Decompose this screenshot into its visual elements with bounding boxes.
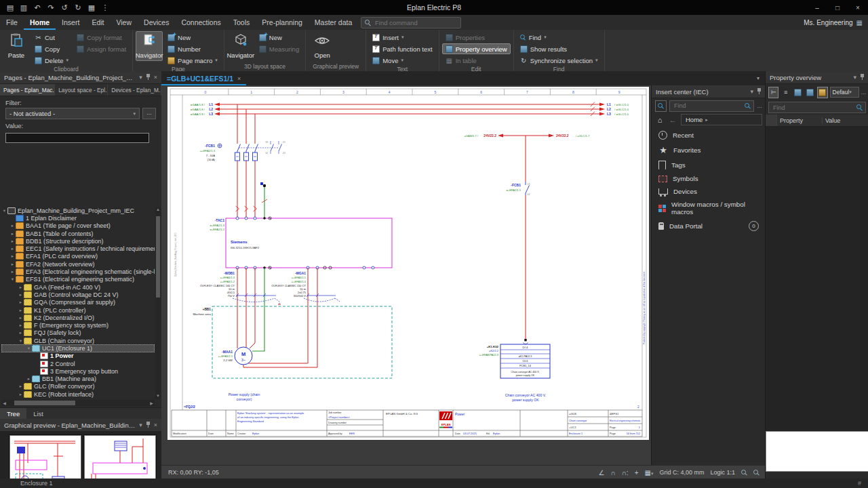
property-table-body[interactable]	[766, 127, 868, 431]
insert-item-data-portal[interactable]: Data Portal0	[652, 218, 766, 234]
home-icon[interactable]: ⌂	[655, 116, 665, 124]
filter-more-button[interactable]: ...	[142, 108, 156, 119]
user-workspace-icon[interactable]: ▦	[856, 19, 863, 26]
property-search-input[interactable]	[772, 104, 856, 112]
category-column[interactable]	[766, 115, 777, 126]
delete-button[interactable]: Delete▾	[31, 55, 72, 66]
dock-tab-layout-space[interactable]: Layout space - Epl...	[55, 84, 108, 96]
value-column-header[interactable]: Value	[823, 117, 868, 124]
tab-view[interactable]: View	[110, 15, 138, 30]
user-filter-icon[interactable]	[817, 87, 827, 98]
tree-item[interactable]: ▸GAB (Control voltage DC 24 V)	[1, 291, 155, 298]
text-insert-button[interactable]: Insert▾	[369, 32, 435, 43]
cut-button[interactable]: ✂Cut	[31, 32, 72, 43]
paste-settings-icon[interactable]	[805, 87, 815, 98]
scheme-dropdown[interactable]: Defaul▾	[830, 87, 859, 98]
value-input[interactable]	[5, 133, 149, 143]
scroll-up-icon[interactable]: ▲	[155, 207, 161, 213]
tree-item[interactable]: ▸K2 (Decentralized I/O)	[1, 314, 155, 321]
tree-item[interactable]: ▸EEC1 (Safety instructions / technical r…	[1, 245, 155, 252]
find-command-box[interactable]	[361, 17, 461, 28]
layout-navigator-button[interactable]: Navigator	[227, 31, 254, 61]
tree-item-project[interactable]: ▾Eplan_Machine_Building_Project_mm_IEC	[1, 207, 155, 214]
tab-tree[interactable]: Tree	[0, 408, 26, 420]
tree-item[interactable]: ▸GQA (Compressed air supply)	[1, 299, 155, 306]
close-button[interactable]: ×	[848, 4, 868, 12]
angle-snap-icon[interactable]: ∠	[599, 469, 605, 476]
tree-item[interactable]: ▸GLC (Roller conveyor)	[1, 383, 155, 390]
grid-toggle-icon[interactable]: #	[858, 480, 861, 487]
object-snap-icon[interactable]: ∩	[610, 469, 615, 476]
tab-master-data[interactable]: Master data	[309, 15, 358, 30]
logic-scale[interactable]: Logic 1:1	[710, 469, 735, 476]
insert-item-recent[interactable]: Recent	[652, 128, 766, 142]
page-new-button[interactable]: New	[164, 32, 221, 43]
assign-format-button[interactable]: Assign format	[73, 43, 130, 54]
grid-size[interactable]: Grid C: 4,00 mm	[659, 469, 704, 476]
insert-item-window-macros[interactable]: Window macros / symbol macros	[652, 198, 766, 218]
tree-item[interactable]: ▸FQJ (Safety lock)	[1, 329, 155, 337]
tree-horizontal-scrollbar[interactable]: ◀▶	[1, 400, 155, 406]
filter-dropdown[interactable]: - Not activated - ▾	[5, 108, 140, 119]
close-tab-icon[interactable]: ×	[237, 75, 241, 82]
tab-edit[interactable]: Edit	[85, 15, 110, 30]
tree-item-page-control[interactable]: 2 Control	[1, 360, 155, 367]
chevron-down-icon[interactable]: ▾	[139, 74, 142, 81]
tree-item[interactable]: ▸BAB1 (Table of contents)	[1, 230, 155, 237]
tree-item[interactable]: ▾GLB (Chain conveyor)	[1, 337, 155, 344]
tree-item-page-power[interactable]: 1 Power	[1, 352, 155, 360]
insert-item-devices[interactable]: Devices	[652, 185, 766, 198]
pin-icon[interactable]	[146, 422, 151, 428]
tab-list[interactable]: List	[26, 408, 50, 420]
insert-center-search[interactable]	[669, 100, 754, 112]
insert-center-search-input[interactable]	[673, 102, 743, 110]
maximize-button[interactable]: □	[827, 4, 848, 12]
layout-new-button[interactable]: New	[256, 32, 302, 43]
close-icon[interactable]: ×	[154, 74, 157, 81]
minimize-button[interactable]: –	[807, 4, 827, 12]
measuring-button[interactable]: Measuring	[256, 43, 302, 54]
dock-tab-devices[interactable]: Devices - Eplan_M...	[108, 84, 161, 96]
chevron-down-icon[interactable]: ▾	[750, 88, 753, 95]
insert-item-symbols[interactable]: Symbols	[652, 172, 766, 185]
tree-item-page-estop[interactable]: 3 Emergency stop button	[1, 367, 155, 375]
pin-icon[interactable]	[146, 74, 151, 81]
tree-item[interactable]: ▸BB1 (Machine area)	[1, 375, 155, 383]
copy-settings-icon[interactable]	[793, 87, 803, 98]
pin-icon[interactable]	[757, 88, 762, 95]
dock-tab-pages[interactable]: Pages - Eplan_Mac...	[0, 84, 55, 96]
find-button[interactable]: Find▾	[517, 32, 601, 43]
copy-button[interactable]: Copy	[31, 43, 72, 54]
page-macro-button[interactable]: Page macro▾	[164, 55, 221, 66]
scroll-down-icon[interactable]: ▼	[155, 393, 161, 399]
synchronize-selection-button[interactable]: ↻Synchronize selection▾	[517, 55, 601, 66]
property-overview-button[interactable]: Property overview	[442, 43, 511, 54]
tab-insert[interactable]: Insert	[56, 15, 85, 30]
close-icon[interactable]: ×	[154, 422, 157, 428]
breadcrumb[interactable]: Home▸	[681, 114, 762, 125]
grid-icon[interactable]: ▦▾	[644, 469, 653, 476]
tree-item[interactable]: ▸KEC (Robot interface)	[1, 390, 155, 398]
chevron-down-icon[interactable]: ▾	[139, 422, 142, 428]
tree-item[interactable]: ▸K1 (PLC controller)	[1, 306, 155, 314]
scroll-right-icon[interactable]: ▶	[149, 401, 155, 405]
tree-item[interactable]: ▾EFS1 (Electrical engineering schematic)	[1, 276, 155, 283]
tab-pre-planning[interactable]: Pre-planning	[256, 15, 309, 30]
graphical-preview-open-button[interactable]: Open	[309, 31, 336, 61]
page-number-button[interactable]: Number	[164, 43, 221, 54]
page-navigator-button[interactable]: Navigator	[136, 31, 163, 61]
tree-item[interactable]: ▸EFA3 (Electrical engineering schematic …	[1, 268, 155, 275]
zoom-window-icon[interactable]	[753, 470, 760, 476]
in-table-button[interactable]: ▦In table	[442, 55, 511, 66]
schematic-page[interactable]: 0 1 2 3 4 5 6 7 8 9 Eplan_Machine_Buildi…	[167, 87, 649, 440]
tree-item[interactable]: ▸BDB1 (Structure description)	[1, 237, 155, 245]
property-column-header[interactable]: Property	[777, 117, 823, 124]
move-button[interactable]: Move▾	[369, 55, 435, 66]
copy-format-button[interactable]: Copy format	[73, 32, 130, 43]
insert-item-favorites[interactable]: ★Favorites	[652, 142, 766, 158]
tree-item[interactable]: ▸EFA2 (Network overview)	[1, 260, 155, 268]
insert-item-tags[interactable]: Tags	[652, 158, 766, 172]
tree-vertical-scrollbar[interactable]: ▲▼	[155, 207, 161, 399]
tree-item-uc1[interactable]: ▾UC1 (Enclosure 1)	[1, 344, 155, 352]
scroll-left-icon[interactable]: ◀	[1, 401, 7, 405]
